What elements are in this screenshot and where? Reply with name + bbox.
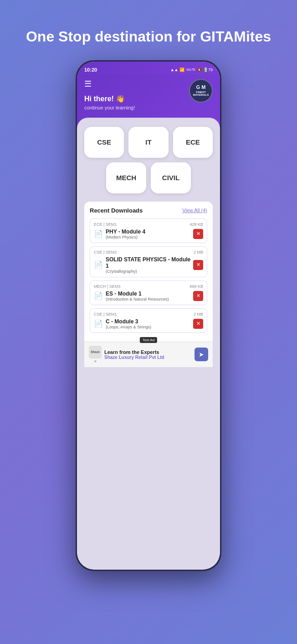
item-title-2: SOLID STATE PHYSICS - Module 1 [106, 256, 193, 269]
battery-icon: 🔋79 [203, 68, 213, 72]
file-icon-1: 📄 [94, 229, 103, 238]
item-left-2: 📄 SOLID STATE PHYSICS - Module 1 (Crysta… [94, 256, 193, 274]
item-subtitle-4: (Loops, Arrays & Strings) [106, 325, 151, 329]
status-icons: ▲▲ 📶 VoLTE 🔇 🔋79 [170, 68, 213, 72]
branch-ece[interactable]: ECE [173, 127, 213, 158]
file-icon-4: 📄 [94, 319, 103, 328]
item-info-2: SOLID STATE PHYSICS - Module 1 (Crystall… [106, 256, 193, 274]
ad-main-text: Learn from the Experts [104, 349, 164, 355]
recent-downloads-section: Recent Downloads View All (4) ECE | SEM1… [84, 202, 213, 342]
item-meta-4: CSE | SEM1 2 MB [94, 312, 203, 317]
item-size-3: 868 KB [189, 284, 203, 289]
delete-btn-4[interactable]: ✕ [193, 319, 203, 329]
view-all-link[interactable]: View All (4) [182, 208, 207, 213]
item-meta-1: ECE | SEM1 428 KB [94, 222, 203, 227]
ad-left: Shaze ✕ Learn from the Experts Shaze Lux… [89, 346, 164, 364]
item-left-4: 📄 C - Module 3 (Loops, Arrays & Strings) [94, 318, 151, 329]
phone-shell: 10:20 ▲▲ 📶 VoLTE 🔇 🔋79 ☰ Hi there! 👋 con… [76, 60, 221, 571]
header-left: ☰ Hi there! 👋 continue your learning! [84, 79, 135, 110]
status-bar: 10:20 ▲▲ 📶 VoLTE 🔇 🔋79 [77, 62, 220, 74]
file-icon-3: 📄 [94, 291, 103, 300]
hero-title: One Stop destination for GITAMites [8, 27, 289, 47]
item-subtitle-2: (Crystallography) [106, 269, 193, 274]
main-content: CSE IT ECE MECH CIVIL Recent Downloads V… [77, 118, 220, 570]
volte-icon: VoLTE [186, 68, 195, 71]
ad-banner[interactable]: Shaze ✕ Learn from the Experts Shaze Lux… [84, 342, 213, 367]
branch-it[interactable]: IT [128, 127, 168, 158]
item-size-4: 2 MB [194, 312, 203, 317]
download-item-1[interactable]: ECE | SEM1 428 KB 📄 PHY - Module 4 (Mode… [90, 218, 207, 243]
item-title-4: C - Module 3 [106, 318, 151, 325]
item-content-2: 📄 SOLID STATE PHYSICS - Module 1 (Crysta… [94, 256, 203, 274]
item-branch-1: ECE | SEM1 [94, 222, 117, 227]
item-size-1: 428 KB [189, 222, 203, 227]
recent-header: Recent Downloads View All (4) [90, 207, 207, 214]
item-size-2: 2 MB [194, 250, 203, 254]
ad-sub-text: Shaze Luxury Retail Pvt Ltd [104, 355, 164, 360]
item-info-1: PHY - Module 4 (Modern Physics) [106, 229, 145, 239]
item-left-1: 📄 PHY - Module 4 (Modern Physics) [94, 229, 145, 239]
branch-civil[interactable]: CIVIL [151, 162, 191, 193]
ad-arrow-icon[interactable]: ➤ [195, 348, 208, 361]
branch-grid: CSE IT ECE MECH CIVIL [84, 127, 213, 193]
ad-text: Learn from the Experts Shaze Luxury Reta… [104, 349, 164, 360]
phone-screen: 10:20 ▲▲ 📶 VoLTE 🔇 🔋79 ☰ Hi there! 👋 con… [77, 62, 220, 570]
branch-row-1: CSE IT ECE [84, 127, 213, 158]
branch-cse[interactable]: CSE [84, 127, 124, 158]
ad-wrapper: Shaze ✕ Learn from the Experts Shaze Lux… [84, 342, 213, 367]
download-item-3[interactable]: MECH | SEM3 868 KB 📄 ES - Module 1 (Intr… [90, 280, 207, 305]
item-subtitle-3: (Introduction & Natural Resources) [106, 297, 169, 301]
hamburger-menu[interactable]: ☰ [84, 79, 135, 89]
delete-btn-2[interactable]: ✕ [193, 260, 203, 270]
item-branch-4: CSE | SEM1 [94, 312, 117, 317]
item-meta-2: CSE | SEM2 2 MB [94, 250, 203, 254]
branch-mech[interactable]: MECH [106, 162, 146, 193]
branch-row-2: MECH CIVIL [84, 162, 213, 193]
item-subtitle-1: (Modern Physics) [106, 235, 145, 239]
recent-title: Recent Downloads [90, 207, 143, 214]
mute-icon: 🔇 [197, 68, 202, 72]
item-content-4: 📄 C - Module 3 (Loops, Arrays & Strings)… [94, 318, 203, 329]
item-meta-3: MECH | SEM3 868 KB [94, 284, 203, 289]
logo-sub: FINESTMATERIALS [193, 91, 209, 97]
greeting-text: Hi there! 👋 [84, 94, 135, 103]
ad-close-btn[interactable]: ✕ [94, 359, 97, 364]
file-icon-2: 📄 [94, 260, 103, 269]
delete-btn-3[interactable]: ✕ [193, 291, 203, 301]
item-info-3: ES - Module 1 (Introduction & Natural Re… [106, 291, 169, 301]
signal-icon: ▲▲ [170, 68, 179, 72]
download-item-2[interactable]: CSE | SEM2 2 MB 📄 SOLID STATE PHYSICS - … [90, 246, 207, 277]
item-info-4: C - Module 3 (Loops, Arrays & Strings) [106, 318, 151, 329]
delete-btn-1[interactable]: ✕ [193, 229, 203, 239]
item-content-1: 📄 PHY - Module 4 (Modern Physics) ✕ [94, 229, 203, 239]
item-title-3: ES - Module 1 [106, 291, 169, 297]
item-left-3: 📄 ES - Module 1 (Introduction & Natural … [94, 291, 169, 301]
item-branch-3: MECH | SEM3 [94, 284, 120, 289]
download-item-4[interactable]: CSE | SEM1 2 MB 📄 C - Module 3 (Loops, A… [90, 308, 207, 333]
item-title-1: PHY - Module 4 [106, 229, 145, 235]
subgreeting-text: continue your learning! [84, 105, 135, 110]
app-logo[interactable]: G M FINESTMATERIALS [189, 79, 213, 103]
status-time: 10:20 [84, 67, 97, 73]
wifi-icon: 📶 [179, 68, 184, 72]
item-content-3: 📄 ES - Module 1 (Introduction & Natural … [94, 291, 203, 301]
item-branch-2: CSE | SEM2 [94, 250, 117, 254]
test-ad-badge: Test Ad [140, 337, 157, 343]
logo-gm: G M [196, 84, 206, 90]
ad-logo: Shaze [89, 346, 102, 358]
